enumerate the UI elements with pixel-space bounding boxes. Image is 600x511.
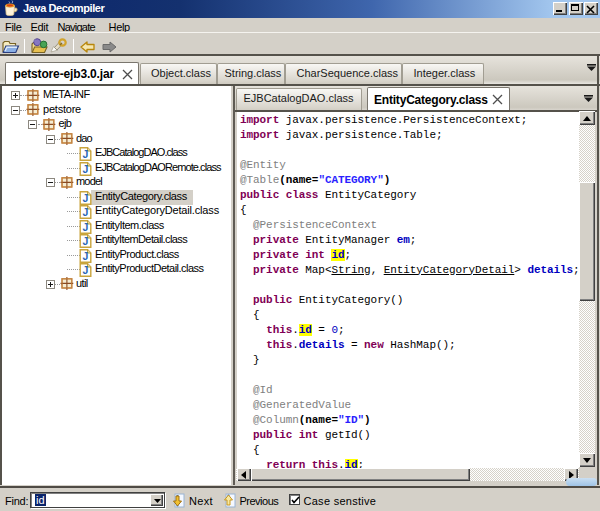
- svg-text:J: J: [83, 221, 89, 233]
- svg-text:J: J: [83, 206, 89, 218]
- svg-text:J: J: [83, 264, 89, 276]
- svg-text:J: J: [83, 250, 89, 262]
- svg-text:J: J: [83, 192, 89, 204]
- svg-text:J: J: [83, 148, 89, 160]
- svg-text:J: J: [83, 235, 89, 247]
- svg-text:J: J: [83, 163, 89, 175]
